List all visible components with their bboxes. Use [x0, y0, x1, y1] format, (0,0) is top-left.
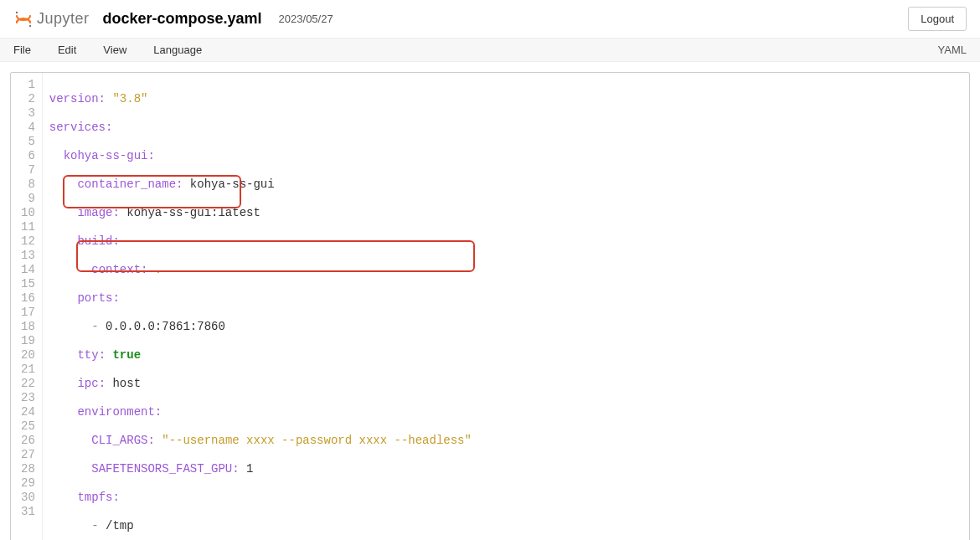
yaml-key: ipc:: [77, 377, 106, 390]
yaml-value: kohya-ss-gui:latest: [126, 206, 260, 219]
jupyter-logo[interactable]: Jupyter: [13, 9, 90, 29]
timestamp: 2023/05/27: [279, 13, 333, 25]
yaml-value: 0.0.0.0:7861:7860: [106, 320, 225, 333]
menu-edit[interactable]: Edit: [58, 44, 76, 56]
header-bar: Jupyter docker-compose.yaml 2023/05/27 L…: [0, 0, 980, 39]
yaml-key: context:: [91, 263, 147, 276]
yaml-key: container_name:: [77, 177, 183, 191]
yaml-key: SAFETENSORS_FAST_GPU:: [91, 462, 239, 476]
yaml-key: environment:: [77, 405, 162, 419]
jupyter-icon: [13, 9, 34, 29]
yaml-value: "3.8": [112, 92, 147, 105]
menu-view[interactable]: View: [103, 44, 126, 56]
yaml-value: 1: [246, 462, 253, 476]
menubar: File Edit View Language YAML: [0, 39, 980, 62]
menu-language[interactable]: Language: [153, 44, 202, 56]
yaml-value: /tmp: [106, 519, 134, 532]
code-content[interactable]: version: "3.8" services: kohya-ss-gui: c…: [43, 73, 969, 540]
editor[interactable]: 12345 678910 1112131415 1617181920 21222…: [10, 72, 970, 540]
yaml-dash: -: [91, 519, 98, 532]
svg-point-0: [16, 11, 18, 13]
app-name: Jupyter: [37, 10, 90, 28]
yaml-dash: -: [91, 320, 98, 333]
yaml-value: "--username xxxx --password xxxx --headl…: [162, 434, 472, 447]
yaml-key: kohya-ss-gui:: [64, 149, 155, 162]
menu-file[interactable]: File: [13, 44, 31, 56]
filename[interactable]: docker-compose.yaml: [103, 10, 262, 28]
yaml-value: true: [112, 348, 141, 362]
yaml-key: CLI_ARGS:: [91, 434, 155, 447]
yaml-value: .: [155, 263, 162, 276]
logout-button[interactable]: Logout: [908, 7, 967, 31]
yaml-key: version:: [49, 92, 106, 105]
yaml-key: tmpfs:: [77, 491, 119, 504]
svg-point-1: [29, 24, 31, 26]
yaml-key: services:: [49, 121, 113, 134]
line-gutter: 12345 678910 1112131415 1617181920 21222…: [11, 73, 43, 540]
yaml-key: image:: [77, 206, 119, 219]
language-indicator: YAML: [938, 44, 967, 56]
yaml-value: host: [112, 377, 141, 390]
yaml-key: ports:: [77, 291, 119, 305]
yaml-value: kohya-ss-gui: [190, 177, 275, 191]
yaml-key: build:: [77, 234, 119, 248]
yaml-key: tty:: [77, 348, 106, 362]
